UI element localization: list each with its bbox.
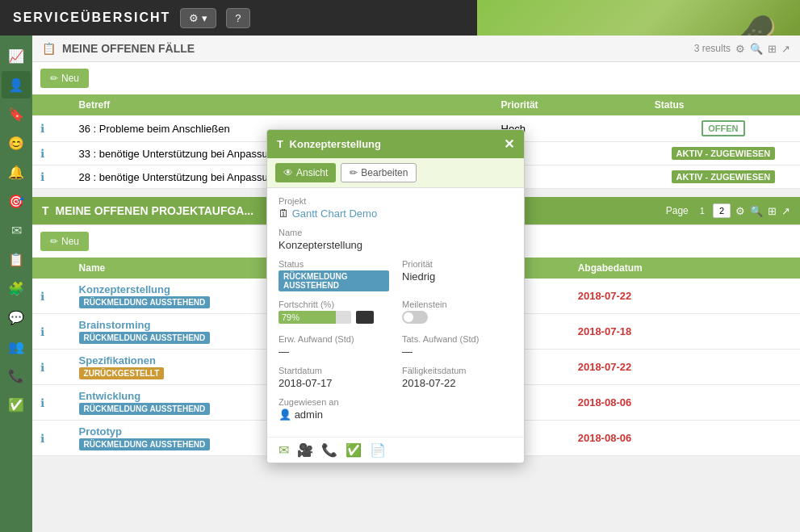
sidebar-item-puzzle[interactable]: 🧩 — [2, 274, 31, 302]
eye-icon: 👁 — [283, 167, 293, 178]
sidebar-item-bell[interactable]: 🔔 — [2, 158, 31, 186]
falle-external-icon[interactable]: ↗ — [781, 43, 790, 55]
sidebar-item-check[interactable]: ✅ — [2, 391, 31, 418]
info-icon[interactable]: ℹ — [40, 122, 44, 135]
popup-fortschritt-row: Fortschritt (%) 79% Meilenstein — [279, 300, 513, 334]
footer-doc-icon[interactable]: 📄 — [370, 442, 386, 458]
popup-meilenstein-value — [402, 311, 513, 326]
col-betreff: Betreff — [71, 94, 493, 115]
popup-fortschritt-field: Fortschritt (%) 79% — [279, 300, 389, 326]
falle-title-text: MEINE OFFENEN FÄLLE — [62, 42, 195, 55]
popup-title-icon: T — [277, 138, 283, 150]
task-badge: RÜCKMELDUNG AUSSTEHEND — [79, 438, 211, 450]
zugewiesen-text: admin — [295, 408, 323, 421]
gear-dropdown-button[interactable]: ⚙ ▾ — [180, 8, 216, 28]
popup-toolbar: 👁 Ansicht ✏ Bearbeiten — [267, 158, 524, 188]
popup-body: Projekt 🗓 Gantt Chart Demo Name Konzepte… — [267, 188, 524, 437]
abgabe-cell: 2018-08-06 — [570, 385, 800, 421]
falle-new-label: Neu — [61, 73, 79, 84]
info-icon[interactable]: ℹ — [40, 170, 44, 183]
popup-footer: ✉ 🎥 📞 ✅ 📄 — [267, 437, 524, 463]
page-1-button[interactable]: 1 — [693, 203, 711, 218]
progress-bar-wrap: 79% — [279, 311, 389, 324]
falle-expand-icon[interactable]: ⊞ — [768, 43, 777, 55]
meilenstein-toggle[interactable] — [402, 311, 428, 324]
info-icon[interactable]: ℹ — [40, 361, 44, 374]
projekt-section-title: T MEINE OFFENEN PROJEKTAUFGA... — [42, 204, 253, 217]
popup-startdatum-label: Startdatum — [279, 366, 389, 375]
status-badge-aktiv: AKTIV - ZUGEWIESEN — [672, 147, 776, 160]
sidebar-item-user[interactable]: 👤 — [2, 71, 31, 98]
popup-fortschritt-label: Fortschritt (%) — [279, 300, 389, 309]
status-cell: AKTIV - ZUGEWIESEN — [647, 165, 800, 189]
sidebar-item-phone[interactable]: 📞 — [2, 362, 31, 389]
info-icon[interactable]: ℹ — [40, 147, 44, 160]
popup-zugewiesen-value: 👤 admin — [279, 408, 513, 421]
sidebar-item-chat[interactable]: 💬 — [2, 304, 31, 331]
sidebar-item-smiley[interactable]: 😊 — [2, 129, 31, 157]
abgabe-cell: 2018-07-22 — [570, 350, 800, 385]
footer-phone-icon[interactable]: 📞 — [321, 442, 337, 458]
info-icon[interactable]: ℹ — [40, 290, 44, 303]
task-icon: T — [42, 204, 49, 217]
abgabe-cell: 2018-08-06 — [570, 421, 800, 456]
projekt-expand-icon[interactable]: ⊞ — [768, 205, 777, 217]
task-badge: RÜCKMELDUNG AUSSTEHEND — [79, 403, 211, 415]
sidebar-item-bookmark[interactable]: 🔖 — [2, 100, 31, 128]
footer-video-icon[interactable]: 🎥 — [297, 442, 313, 458]
popup-faelligkeit-label: Fälligkeitsdatum — [402, 366, 513, 375]
task-badge: ZURÜCKGESTELLT — [79, 367, 165, 379]
popup-header: T Konzepterstellung ✕ — [267, 130, 524, 158]
pagination: Page 1 2 — [666, 203, 731, 218]
footer-check-icon[interactable]: ✅ — [346, 442, 362, 458]
popup-meilenstein-field: Meilenstein — [402, 300, 513, 326]
page-2-button[interactable]: 2 — [713, 203, 731, 218]
status-cell: AKTIV - ZUGEWIESEN — [647, 142, 800, 165]
popup-startdatum-value: 2018-07-17 — [279, 377, 389, 389]
popup-status-badge: RÜCKMELDUNG AUSSTEHEND — [279, 270, 389, 291]
falle-section-title: 📋 MEINE OFFENEN FÄLLE — [42, 42, 195, 55]
popup-status-value: RÜCKMELDUNG AUSSTEHEND — [279, 270, 389, 291]
popup-title: T Konzepterstellung — [277, 138, 381, 150]
abgabe-cell: 2018-07-22 — [570, 279, 800, 314]
projekt-settings-icon[interactable]: ⚙ — [735, 205, 745, 217]
popup-faelligkeit-field: Fälligkeitsdatum 2018-07-22 — [402, 366, 513, 389]
popup-aufwand-row: Erw. Aufwand (Std) — Tats. Aufwand (Std)… — [279, 334, 513, 366]
popup-tats-aufwand-value: — — [402, 346, 513, 358]
admin-icon: 👤 — [279, 408, 291, 421]
falle-new-button[interactable]: ✏ Neu — [40, 69, 89, 88]
popup-tats-aufwand-field: Tats. Aufwand (Std) — — [402, 334, 513, 358]
footer-mail-icon[interactable]: ✉ — [279, 442, 289, 458]
falle-section-icons: 3 results ⚙ 🔍 ⊞ ↗ — [694, 43, 790, 55]
falle-search-icon[interactable]: 🔍 — [750, 43, 763, 55]
popup-prio-label: Priorität — [402, 259, 513, 269]
col-prioritaet: Priorität — [493, 94, 647, 115]
bearbeiten-button[interactable]: ✏ Bearbeiten — [341, 163, 417, 182]
sidebar-item-target[interactable]: 🎯 — [2, 187, 31, 215]
projekt-new-label: Neu — [61, 236, 79, 247]
popup-prio-value: Niedrig — [402, 270, 513, 283]
popup-dates-row: Startdatum 2018-07-17 Fälligkeitsdatum 2… — [279, 366, 513, 397]
help-button[interactable]: ? — [226, 8, 249, 28]
info-icon[interactable]: ℹ — [40, 325, 44, 338]
sidebar-item-clipboard[interactable]: 📋 — [2, 245, 31, 273]
projekt-search-icon[interactable]: 🔍 — [750, 205, 763, 217]
info-icon[interactable]: ℹ — [40, 396, 44, 409]
projekt-external-icon[interactable]: ↗ — [781, 205, 790, 217]
projekt-new-button[interactable]: ✏ Neu — [40, 232, 89, 251]
status-badge-offen: OFFEN — [702, 120, 744, 136]
ansicht-button[interactable]: 👁 Ansicht — [275, 163, 336, 182]
sidebar-item-group[interactable]: 👥 — [2, 333, 31, 360]
sidebar: 📈 👤 🔖 😊 🔔 🎯 ✉ 📋 🧩 💬 👥 📞 ✅ — [0, 36, 32, 532]
pencil-icon2: ✏ — [50, 236, 58, 247]
sidebar-item-mail[interactable]: ✉ — [2, 216, 31, 244]
dropdown-arrow: ▾ — [202, 12, 207, 24]
projekt-title-text: MEINE OFFENEN PROJEKTAUFGA... — [56, 204, 254, 217]
popup-projekt-link[interactable]: Gantt Chart Demo — [292, 207, 378, 220]
falle-settings-icon[interactable]: ⚙ — [735, 43, 745, 55]
sidebar-item-chart[interactable]: 📈 — [2, 42, 31, 69]
info-icon[interactable]: ℹ — [40, 432, 44, 445]
projekt-section-controls: Page 1 2 ⚙ 🔍 ⊞ ↗ — [666, 203, 790, 218]
popup-close-button[interactable]: ✕ — [504, 136, 514, 152]
popup-startdatum-field: Startdatum 2018-07-17 — [279, 366, 389, 389]
